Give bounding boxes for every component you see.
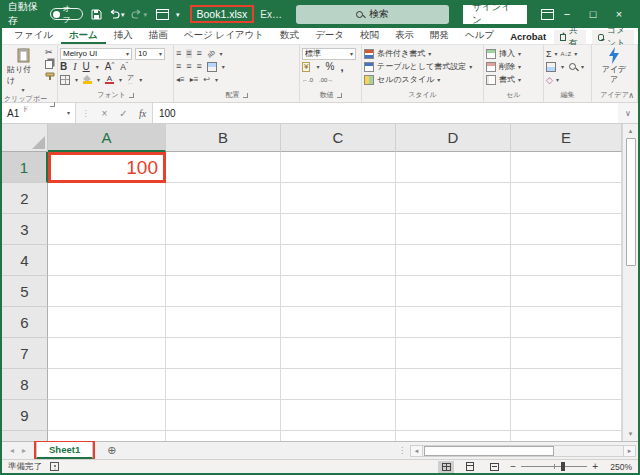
zoom-slider-thumb[interactable]	[561, 462, 565, 471]
cell-e7[interactable]	[511, 338, 622, 369]
borders-button-icon[interactable]	[60, 75, 70, 85]
maximize-button[interactable]: □	[580, 8, 606, 20]
tab-formulas[interactable]: 数式	[272, 28, 307, 44]
fill-button-icon[interactable]	[546, 62, 556, 72]
cell-a2[interactable]	[48, 183, 166, 214]
format-painter-icon[interactable]	[45, 72, 55, 83]
comments-button[interactable]: コメント	[592, 30, 634, 44]
align-right-icon[interactable]: ≡	[197, 62, 202, 71]
cell-b5[interactable]	[166, 276, 281, 307]
alignment-dialog-launcher-icon[interactable]	[243, 93, 248, 98]
currency-dropdown-icon[interactable]: ▾	[316, 64, 319, 70]
clear-button[interactable]: ◇	[546, 75, 553, 85]
cell-b2[interactable]	[166, 183, 281, 214]
save-icon[interactable]	[91, 9, 102, 20]
phonetic-dropdown-icon[interactable]: ▾	[139, 77, 142, 83]
cell-e10[interactable]	[511, 431, 622, 441]
zoom-level[interactable]: 250%	[606, 462, 632, 472]
autosave-pill[interactable]: オフ	[50, 8, 83, 20]
row-header-7[interactable]: 7	[2, 338, 48, 369]
column-header-b[interactable]: B	[166, 124, 281, 152]
cell-a4[interactable]	[48, 245, 166, 276]
cut-icon[interactable]: ✂	[45, 48, 55, 57]
italic-button[interactable]: I	[73, 61, 76, 72]
tab-review[interactable]: 校閲	[352, 28, 387, 44]
cell-a5[interactable]	[48, 276, 166, 307]
cell-e5[interactable]	[511, 276, 622, 307]
comma-style-icon[interactable]: ,	[340, 61, 343, 73]
cell-c10[interactable]	[281, 431, 396, 441]
scroll-up-icon[interactable]: ▴	[623, 124, 638, 138]
zoom-slider[interactable]	[521, 466, 587, 467]
sheet-tab-sheet1[interactable]: Sheet1	[36, 442, 93, 459]
cell-d5[interactable]	[396, 276, 511, 307]
cell-b1[interactable]	[166, 152, 281, 183]
cell-c9[interactable]	[281, 400, 396, 431]
cell-b4[interactable]	[166, 245, 281, 276]
cell-c8[interactable]	[281, 369, 396, 400]
cell-c6[interactable]	[281, 307, 396, 338]
number-dialog-launcher-icon[interactable]	[337, 93, 342, 98]
tab-insert[interactable]: 挿入	[106, 28, 141, 44]
row-header-8[interactable]: 8	[2, 369, 48, 400]
vertical-scrollbar-thumb[interactable]	[626, 138, 636, 266]
insert-cells-button[interactable]: 挿入	[499, 48, 515, 59]
cell-a8[interactable]	[48, 369, 166, 400]
cell-e4[interactable]	[511, 245, 622, 276]
clipboard-dialog-launcher-icon[interactable]	[50, 102, 55, 107]
column-header-d[interactable]: D	[396, 124, 511, 152]
splitter-grip-icon[interactable]: ⋮	[398, 446, 406, 455]
increase-font-button[interactable]: A^	[105, 61, 115, 72]
scroll-right-icon[interactable]: ▸	[623, 445, 636, 457]
decrease-font-button[interactable]: Aˇ	[120, 61, 128, 72]
name-box-dropdown-icon[interactable]: ▾	[67, 110, 70, 116]
autosave-toggle[interactable]: 自動保存 オフ	[8, 0, 83, 28]
borders-dropdown-icon[interactable]: ▾	[75, 77, 78, 83]
underline-dropdown-icon[interactable]: ▾	[96, 64, 99, 70]
cell-d1[interactable]	[396, 152, 511, 183]
column-header-c[interactable]: C	[281, 124, 396, 152]
row-header-9[interactable]: 9	[2, 400, 48, 431]
row-header-4[interactable]: 4	[2, 245, 48, 276]
cell-a3[interactable]	[48, 214, 166, 245]
redo-dropdown-icon[interactable]: ▾	[143, 11, 147, 18]
tab-view[interactable]: 表示	[387, 28, 422, 44]
row-header-10[interactable]: 10	[2, 431, 48, 441]
align-left-icon[interactable]: ≡	[176, 62, 181, 71]
page-layout-view-button[interactable]	[462, 461, 478, 473]
font-color-button[interactable]: A	[105, 75, 114, 85]
touch-mode-icon[interactable]	[156, 9, 169, 20]
cell-d7[interactable]	[396, 338, 511, 369]
cell-d4[interactable]	[396, 245, 511, 276]
cell-b3[interactable]	[166, 214, 281, 245]
tab-data[interactable]: データ	[307, 28, 352, 44]
confirm-entry-icon[interactable]: ✓	[114, 108, 133, 119]
tab-page-layout[interactable]: ページ レイアウト	[176, 28, 272, 44]
normal-view-button[interactable]	[438, 461, 454, 473]
cell-c5[interactable]	[281, 276, 396, 307]
formula-grip-icon[interactable]: ⋮	[76, 109, 95, 118]
fill-color-button[interactable]	[83, 75, 92, 84]
wrap-text-icon[interactable]: ↩	[203, 76, 210, 84]
cell-c3[interactable]	[281, 214, 396, 245]
prev-sheet-icon[interactable]: ◂	[10, 446, 14, 455]
font-size-combo[interactable]: 10▾	[135, 48, 165, 60]
tab-help[interactable]: ヘルプ	[457, 28, 502, 44]
tab-draw[interactable]: 描画	[141, 28, 176, 44]
cell-e6[interactable]	[511, 307, 622, 338]
cell-a10[interactable]	[48, 431, 166, 441]
accessibility-checker-icon[interactable]	[50, 462, 59, 471]
increase-decimal-icon[interactable]: ←.0	[302, 77, 313, 83]
ideas-button[interactable]: アイデア	[594, 47, 634, 84]
search-box[interactable]: 検索	[296, 5, 449, 24]
tab-home[interactable]: ホーム	[61, 28, 106, 44]
row-header-5[interactable]: 5	[2, 276, 48, 307]
merge-dropdown-icon[interactable]: ▾	[222, 64, 225, 70]
cell-d9[interactable]	[396, 400, 511, 431]
merge-center-icon[interactable]	[207, 62, 217, 72]
cell-styles-button[interactable]: セルのスタイル	[377, 74, 434, 85]
cancel-entry-icon[interactable]: ×	[95, 108, 114, 119]
fill-color-dropdown-icon[interactable]: ▾	[97, 77, 100, 83]
underline-button[interactable]: U	[83, 61, 90, 72]
scroll-left-icon[interactable]: ◂	[410, 445, 423, 457]
